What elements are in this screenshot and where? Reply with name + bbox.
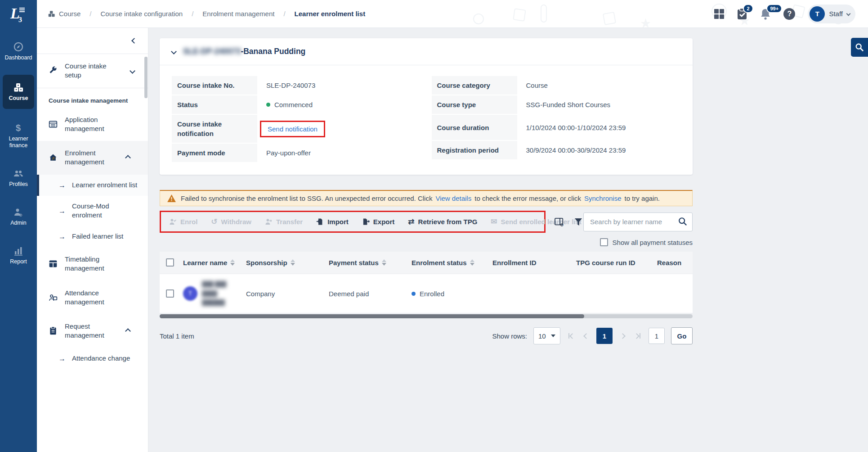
course-intake-title: SLE-DP-240073-Banana Pudding: [183, 47, 305, 56]
show-all-payment-checkbox[interactable]: [600, 238, 608, 246]
field-status: Status Commenced: [172, 95, 421, 114]
wrench-icon: [49, 66, 58, 75]
sort-icon[interactable]: [230, 259, 235, 266]
sidebar-item-dashboard[interactable]: Dashboard: [0, 36, 37, 67]
field-course-intake-no: Course intake No. SLE-DP-240073: [172, 76, 421, 95]
card-list-icon: [49, 120, 58, 129]
sidebar-item-report[interactable]: Report: [0, 240, 37, 271]
compass-icon: [13, 41, 24, 52]
svg-text:3: 3: [18, 16, 22, 23]
send-enrolled-learner-list-button[interactable]: ✉ Send enrolled learner list: [491, 218, 581, 226]
sidebar-item-timetabling-management[interactable]: Timetabling management: [37, 247, 148, 281]
field-course-category: Course category Course: [432, 76, 681, 95]
masked-course-code: SLE-DP-240073: [183, 47, 241, 56]
learner-search: [583, 212, 693, 231]
sidebar-item-request-management[interactable]: Request management: [37, 314, 148, 348]
sort-icon[interactable]: [291, 259, 295, 266]
send-notification-link[interactable]: Send notification: [268, 125, 318, 133]
app-logo[interactable]: L 3: [0, 0, 37, 28]
payment-status-cell: Deemed paid: [326, 290, 409, 298]
sidebar-item-enrolment-management[interactable]: 🎓 Enrolment management: [37, 141, 148, 175]
notifications-icon[interactable]: 99+: [760, 8, 771, 20]
course-card-header[interactable]: SLE-DP-240073-Banana Pudding: [160, 38, 693, 65]
masked-learner-name: ███ ███ ████ ██████: [202, 280, 226, 307]
breadcrumb-course-intake-configuration[interactable]: Course intake configuration: [101, 10, 183, 18]
column-learner-name[interactable]: Learner name: [180, 259, 243, 267]
column-enrolment-status[interactable]: Enrolment status: [409, 259, 490, 267]
total-count: Total 1 item: [160, 332, 194, 340]
help-icon[interactable]: ?: [783, 8, 795, 20]
enrolment-status-cell: Enrolled: [409, 290, 490, 298]
sidebar-item-attendance-management[interactable]: Attendance management: [37, 281, 148, 315]
table-row[interactable]: T ███ ███ ████ ██████ Company Deemed pai…: [160, 273, 693, 313]
undo-icon: ↺: [211, 218, 217, 226]
arrow-right-icon: →: [58, 206, 66, 216]
transfer-button[interactable]: Transfer: [265, 218, 303, 226]
pagination: Show rows: 10 1 Go: [492, 327, 693, 344]
sidebar-collapse-row: [37, 28, 148, 54]
previous-page-button[interactable]: [582, 334, 590, 338]
status-value: Commenced: [274, 101, 313, 108]
arrow-right-icon: →: [58, 354, 66, 364]
sidebar-item-failed-learner-list[interactable]: → Failed learner list: [37, 226, 148, 248]
people-icon: [13, 168, 24, 179]
current-page-button[interactable]: 1: [596, 328, 613, 344]
sort-icon[interactable]: [382, 259, 386, 266]
breadcrumb-course[interactable]: Course: [48, 10, 81, 18]
row-checkbox[interactable]: [166, 289, 174, 298]
column-settings-icon[interactable]: ⚙: [555, 217, 564, 226]
breadcrumb-separator: /: [192, 10, 193, 18]
sidebar-item-learner-enrolment-list[interactable]: → Learner enrolment list: [37, 175, 148, 196]
go-button[interactable]: Go: [671, 327, 693, 344]
view-details-link[interactable]: View details: [435, 194, 471, 202]
first-page-button[interactable]: [567, 333, 576, 339]
import-button[interactable]: Import: [316, 218, 349, 226]
clipboard-icon: [49, 326, 58, 335]
user-menu[interactable]: T Staff: [808, 5, 855, 23]
svg-text:🎓: 🎓: [52, 156, 56, 160]
top-header: ★ ★ Course / Course intake configuration…: [37, 0, 868, 28]
column-sponsorship[interactable]: Sponsorship: [243, 259, 326, 267]
horizontal-scrollbar[interactable]: [160, 314, 693, 318]
sidebar-item-profiles[interactable]: Profiles: [0, 163, 37, 193]
sidebar-scrollbar[interactable]: [144, 57, 148, 98]
list-toolbar: Enrol ↺ Withdraw Transfer Import Export …: [160, 211, 693, 233]
filter-icon[interactable]: [574, 218, 582, 226]
floating-search-tab[interactable]: [851, 38, 868, 57]
rows-per-page-select[interactable]: 10: [533, 327, 560, 344]
sidebar-item-admin[interactable]: ⚙ Admin: [0, 201, 37, 232]
breadcrumb: Course / Course intake configuration / E…: [48, 10, 365, 18]
sidebar-item-learner-finance[interactable]: $ Learner finance: [0, 117, 37, 154]
page-number-input[interactable]: [649, 328, 665, 344]
column-payment-status[interactable]: Payment status: [326, 259, 409, 267]
user-role-label: Staff: [829, 10, 843, 18]
breadcrumb-enrolment-management[interactable]: Enrolment management: [202, 10, 274, 18]
chevron-up-icon: [125, 155, 131, 161]
enrol-button[interactable]: Enrol: [169, 218, 197, 226]
retrieve-from-tpg-button[interactable]: ⇄ Retrieve from TPG: [408, 218, 477, 226]
sidebar-item-course[interactable]: Course: [3, 75, 34, 109]
search-icon[interactable]: [678, 217, 687, 228]
search-input[interactable]: [583, 212, 693, 231]
export-button[interactable]: Export: [362, 218, 395, 226]
sidebar-item-attendance-change[interactable]: → Attendance change: [37, 348, 148, 370]
tasks-icon[interactable]: 2: [737, 8, 747, 20]
scrollbar-thumb[interactable]: [160, 314, 584, 318]
sidebar-item-application-management[interactable]: Application management: [37, 108, 148, 141]
withdraw-button[interactable]: ↺ Withdraw: [211, 218, 251, 226]
synchronise-link[interactable]: Synchronise: [584, 194, 622, 202]
breadcrumb-separator: /: [89, 10, 91, 18]
envelope-icon: ✉: [491, 218, 497, 226]
chevron-up-icon: [125, 328, 131, 334]
sort-icon[interactable]: [470, 259, 474, 266]
collapse-sidebar-icon[interactable]: [131, 38, 137, 44]
learner-cell: T ███ ███ ████ ██████: [183, 280, 226, 307]
next-page-button[interactable]: [619, 334, 626, 338]
field-course-duration: Course duration 1/10/2024 00:00-1/10/202…: [432, 115, 681, 140]
select-all-checkbox[interactable]: [166, 258, 174, 267]
sidebar-item-course-intake-setup[interactable]: Course intake setup: [37, 54, 148, 88]
svg-text:$: $: [16, 123, 21, 133]
last-page-button[interactable]: [633, 333, 642, 339]
sidebar-item-course-mod-enrolment[interactable]: → Course-Mod enrolment: [37, 196, 148, 226]
apps-grid-icon[interactable]: [714, 9, 724, 19]
